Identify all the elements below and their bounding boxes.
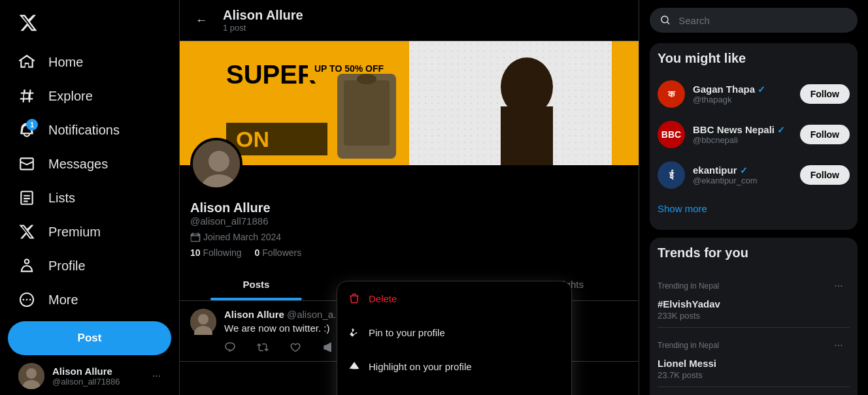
- trend-elvish-label: Trending in Nepal ···: [658, 275, 850, 297]
- suggestion-bbc: BBC BBC News Nepali ✓ @bbcnepali Follow: [658, 114, 850, 155]
- sidebar-item-home-label: Home: [48, 55, 83, 70]
- sidebar-item-lists-label: Lists: [48, 191, 75, 206]
- pin-icon: [348, 326, 361, 339]
- bbc-name: BBC News Nepali ✓: [693, 124, 792, 135]
- sidebar-item-lists[interactable]: Lists: [8, 182, 171, 214]
- you-might-like-section: You might like क Gagan Thapa ✓ @thapagk …: [650, 43, 858, 230]
- sidebar-item-profile[interactable]: Profile: [8, 249, 171, 282]
- sidebar-nav: Home Explore 1 Notifications Messages: [8, 46, 171, 316]
- sidebar-item-profile-label: Profile: [48, 259, 86, 274]
- bbc-handle: @bbcnepali: [693, 135, 792, 145]
- dropdown-delete[interactable]: Delete: [337, 281, 571, 315]
- search-icon: [660, 14, 671, 26]
- post-button[interactable]: Post: [8, 321, 171, 355]
- ekantipur-handle: @ekantipur_com: [693, 176, 792, 185]
- main-content: ← Alison Allure 1 post SUPER UP TO 50% O…: [180, 0, 639, 395]
- sidebar-item-more-label: More: [48, 292, 78, 308]
- gagan-avatar: क: [658, 80, 685, 108]
- bbc-verified: ✓: [777, 125, 785, 135]
- home-icon: [18, 54, 35, 71]
- logo[interactable]: [8, 5, 171, 43]
- sidebar-item-premium[interactable]: Premium: [8, 215, 171, 248]
- highlight-icon: [348, 360, 361, 373]
- dropdown-addremove[interactable]: Add/remove @alison_all71886 from Lists: [337, 383, 571, 395]
- dropdown-pin[interactable]: Pin to your profile: [337, 315, 571, 349]
- right-sidebar: You might like क Gagan Thapa ✓ @thapagk …: [639, 0, 868, 395]
- show-more[interactable]: Show more: [658, 195, 850, 222]
- you-might-like-title: You might like: [658, 51, 850, 66]
- ekantipur-name: ekantipur ✓: [693, 165, 792, 176]
- dropdown-menu: Delete Pin to your profile Highlight on …: [337, 281, 572, 395]
- mail-icon: [18, 155, 35, 172]
- dropdown-pin-label: Pin to your profile: [369, 327, 445, 338]
- trend-elvish-dots[interactable]: ···: [827, 275, 850, 297]
- trend-entertainment[interactable]: Entertainment · Trending ···: [658, 387, 850, 395]
- ekantipur-verified: ✓: [740, 165, 748, 176]
- dropdown-delete-label: Delete: [369, 293, 397, 304]
- list-icon: [18, 189, 35, 206]
- bottom-user-name: Alison Allure: [52, 366, 144, 377]
- trend-elvish-name: #ElvishYadav: [658, 298, 850, 309]
- dropdown-highlight[interactable]: Highlight on your profile: [337, 349, 571, 383]
- explore-icon: [18, 87, 35, 104]
- more-dots-icon: ···: [152, 370, 161, 382]
- more-icon: [18, 291, 35, 308]
- profile-icon: [18, 257, 35, 274]
- svg-point-1: [26, 368, 37, 379]
- user-info: Alison Allure @alison_all71886: [52, 366, 144, 387]
- gagan-name: Gagan Thapa ✓: [693, 84, 792, 95]
- sidebar-item-explore-label: Explore: [48, 89, 93, 104]
- user-profile-bottom[interactable]: Alison Allure @alison_all71886 ···: [8, 355, 171, 395]
- trend-messi-count: 23.7K posts: [658, 370, 850, 380]
- trend-messi-label: Trending in Nepal ···: [658, 334, 850, 356]
- ekantipur-avatar: ई: [658, 161, 685, 189]
- left-sidebar: Home Explore 1 Notifications Messages: [0, 0, 180, 395]
- notification-badge: 1: [26, 119, 38, 131]
- sidebar-item-premium-label: Premium: [48, 225, 101, 240]
- trend-messi[interactable]: Trending in Nepal ··· Lionel Messi 23.7K…: [658, 328, 850, 387]
- trend-elvish-count: 233K posts: [658, 311, 850, 321]
- bbc-info: BBC News Nepali ✓ @bbcnepali: [693, 124, 792, 145]
- trash-icon: [348, 292, 361, 305]
- sidebar-item-home[interactable]: Home: [8, 46, 171, 78]
- follow-gagan-button[interactable]: Follow: [800, 84, 850, 104]
- sidebar-item-more[interactable]: More: [8, 283, 171, 316]
- trends-title: Trends for you: [658, 245, 850, 261]
- user-avatar: [18, 363, 44, 389]
- sidebar-item-messages-label: Messages: [48, 157, 108, 172]
- gagan-info: Gagan Thapa ✓ @thapagk: [693, 84, 792, 104]
- sidebar-item-notifications[interactable]: 1 Notifications: [8, 114, 171, 146]
- trends-section: Trends for you Trending in Nepal ··· #El…: [650, 238, 858, 395]
- premium-icon: [18, 223, 35, 240]
- dropdown-overlay[interactable]: Delete Pin to your profile Highlight on …: [180, 0, 639, 395]
- sidebar-item-notifications-label: Notifications: [48, 123, 120, 138]
- search-input[interactable]: [678, 15, 847, 26]
- suggestion-ekantipur: ई ekantipur ✓ @ekantipur_com Follow: [658, 155, 850, 195]
- follow-ekantipur-button[interactable]: Follow: [800, 165, 850, 185]
- follow-bbc-button[interactable]: Follow: [800, 125, 850, 144]
- sidebar-item-messages[interactable]: Messages: [8, 148, 171, 180]
- trend-messi-dots[interactable]: ···: [827, 334, 850, 356]
- trend-messi-name: Lionel Messi: [658, 358, 850, 369]
- bottom-user-handle: @alison_all71886: [52, 377, 144, 387]
- ekantipur-info: ekantipur ✓ @ekantipur_com: [693, 165, 792, 185]
- gagan-handle: @thapagk: [693, 95, 792, 104]
- suggestion-gagan: क Gagan Thapa ✓ @thapagk Follow: [658, 74, 850, 114]
- bbc-avatar: BBC: [658, 121, 685, 148]
- trend-elvish[interactable]: Trending in Nepal ··· #ElvishYadav 233K …: [658, 268, 850, 328]
- gagan-verified: ✓: [758, 84, 765, 95]
- dropdown-highlight-label: Highlight on your profile: [369, 361, 472, 372]
- search-box: [650, 8, 858, 33]
- sidebar-item-explore[interactable]: Explore: [8, 80, 171, 112]
